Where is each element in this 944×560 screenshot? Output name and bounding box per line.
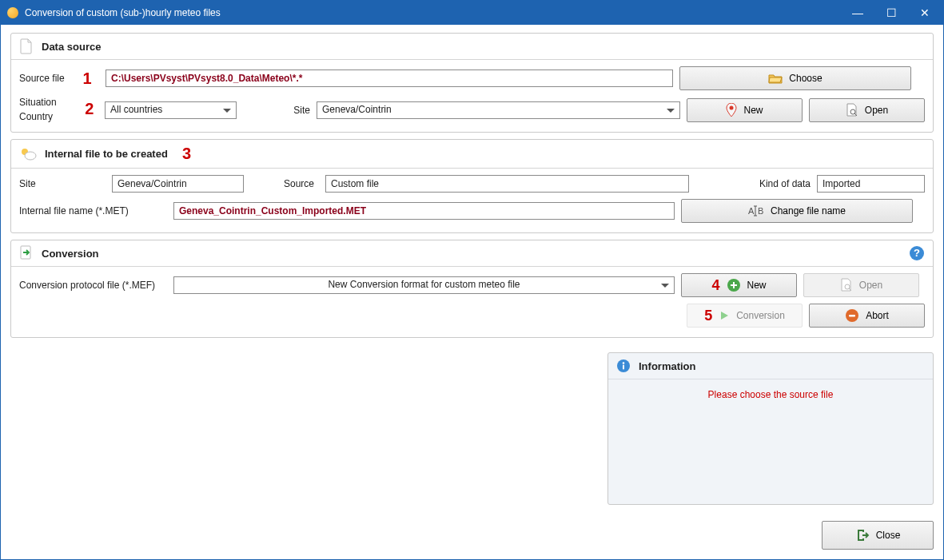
internal-file-panel: Internal file to be created 3 Site Sourc… [10,139,934,233]
close-button[interactable]: Close [822,521,934,550]
window-controls: — ☐ ✕ [850,6,937,19]
change-file-name-label: Change file name [771,205,846,216]
step-4-marker: 4 [711,277,719,294]
source-file-input[interactable] [106,70,673,87]
svg-point-14 [623,362,625,364]
plus-circle-icon [727,278,741,292]
protocol-file-value: New Conversion format for custom meteo f… [328,279,520,290]
file-search-icon-2 [840,278,853,292]
svg-text:?: ? [914,247,920,259]
abort-label: Abort [866,310,889,321]
step-5-marker: 5 [704,308,712,324]
internal-site-label: Site [19,178,106,189]
information-message: Please choose the source file [708,389,834,400]
source-file-label: Source file [19,73,69,84]
conversion-button-label: Conversion [736,310,785,321]
close-window-button[interactable]: ✕ [918,6,932,19]
site-new-label: New [743,105,763,116]
choose-label: Choose [789,73,822,84]
play-icon [719,310,730,321]
kind-of-data-input[interactable] [817,175,925,193]
svg-point-3 [25,152,36,160]
kind-of-data-label: Kind of data [755,178,811,189]
svg-text:A: A [748,206,755,216]
svg-rect-15 [623,365,624,370]
conversion-panel: Conversion ? Conversion protocol file (*… [10,240,934,338]
site-open-button[interactable]: Open [809,98,925,122]
titlebar: Conversion of custom (sub-)hourly meteo … [1,1,943,25]
protocol-open-button[interactable]: Open [803,273,919,297]
info-icon [616,359,631,373]
country-value: All countries [110,104,162,115]
site-value: Geneva/Cointrin [322,104,392,115]
minus-circle-icon [845,308,859,323]
svg-rect-12 [849,315,855,317]
internal-source-label: Source [284,178,319,189]
site-new-button[interactable]: New [687,98,803,122]
situation-label: Situation [19,97,74,108]
maximize-button[interactable]: ☐ [884,6,898,19]
protocol-new-button[interactable]: 4 New [681,273,797,297]
exit-icon [855,528,870,542]
step-2-marker: 2 [81,100,98,118]
data-source-panel: Data source Source file 1 Choose [10,33,934,133]
window-title: Conversion of custom (sub-)hourly meteo … [25,7,221,18]
protocol-new-label: New [747,280,767,291]
information-panel: Information Please choose the source fil… [607,352,934,505]
site-label: Site [288,105,310,116]
svg-text:B: B [758,206,763,216]
abort-button[interactable]: Abort [809,304,925,328]
data-source-heading: Data source [42,41,101,53]
app-icon [7,7,18,18]
app-window: Conversion of custom (sub-)hourly meteo … [0,0,944,560]
internal-file-name-label: Internal file name (*.MET) [19,205,167,216]
marker-icon [726,103,737,117]
file-search-icon [846,103,858,117]
step-1-marker: 1 [75,70,99,88]
conversion-heading: Conversion [42,248,99,260]
svg-point-0 [730,106,734,110]
file-icon [19,38,34,54]
text-cursor-icon: AB [748,205,764,217]
internal-source-input[interactable] [325,175,689,193]
internal-file-heading: Internal file to be created [45,148,168,160]
country-label: Country [19,111,74,122]
help-icon[interactable]: ? [909,245,925,261]
internal-file-name-input[interactable] [173,202,675,220]
site-select[interactable]: Geneva/Cointrin [317,101,680,119]
protocol-open-label: Open [859,280,882,291]
internal-site-input[interactable] [112,175,244,193]
folder-open-icon [768,73,783,84]
information-heading: Information [639,360,696,372]
change-file-name-button[interactable]: AB Change file name [681,199,913,223]
protocol-file-select[interactable]: New Conversion format for custom meteo f… [173,276,675,294]
conversion-button[interactable]: 5 Conversion [687,304,803,328]
site-open-label: Open [865,105,888,116]
choose-button[interactable]: Choose [679,66,911,90]
conversion-icon [19,245,34,261]
close-label: Close [876,530,901,541]
sun-cloud-icon [19,147,37,161]
step-3-marker: 3 [182,145,191,163]
country-select[interactable]: All countries [105,101,237,119]
minimize-button[interactable]: — [850,6,865,19]
protocol-file-label: Conversion protocol file (*.MEF) [19,280,167,291]
